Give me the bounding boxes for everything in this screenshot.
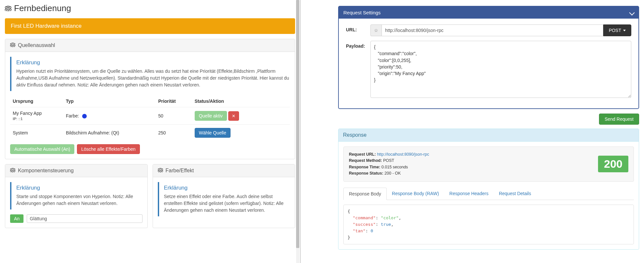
response-body-code: { "command": "color", "success": true, "… [343,205,634,245]
meta-url-link[interactable]: http://localhost:8090/json-rpc [377,152,429,157]
tab-response-raw[interactable]: Response Body (RAW) [387,188,444,200]
response-panel: Response Request URL: http://localhost:8… [338,129,639,250]
request-settings-panel: Request Settings URL: ☆ POST Payload: [338,6,639,109]
instance-banner-text: First LED Hardware instance [11,23,82,29]
components-heading: Komponentensteuerung [5,164,147,177]
panel-body: Erklärung Setze einen Effekt oder eine F… [153,177,295,226]
meta-method-value: POST [383,158,394,163]
table-row: My Fancy App IP: ::1 Farbe: 50 Quelle ak… [10,107,290,125]
response-meta: Request URL: http://localhost:8090/json-… [343,147,634,182]
instance-banner: First LED Hardware instance [5,18,295,34]
callout-title: Erklärung [16,59,290,66]
page-title-text: Fernbedienung [14,3,71,13]
request-settings-header[interactable]: Request Settings [339,7,638,19]
json-key: "success" [353,222,376,227]
json-key: "command" [353,215,376,220]
url-input[interactable] [382,24,603,36]
type-cell: Farbe: [63,107,156,125]
wifi-icon [10,168,15,174]
col-type: Typ [63,96,156,107]
payload-textarea[interactable] [370,41,631,98]
source-selection-heading: Quellenauswahl [5,39,295,52]
color-effect-heading: Farbe/Effekt [153,164,295,177]
toggle-label: Glättung [27,214,142,223]
json-string: "color" [381,215,399,220]
priority-cell: 250 [156,125,192,141]
favorite-button[interactable]: ☆ [370,24,382,36]
meta-time-label: Response Time: [349,165,380,169]
auto-select-button[interactable]: Automatische Auswahl (An) [10,144,74,154]
origin-ip: IP: ::1 [13,116,22,121]
origin-name: System [13,130,61,135]
wifi-icon [10,42,15,48]
remove-source-button[interactable]: ✕ [228,111,239,121]
origin-name: My Fancy App [13,111,61,116]
explanation-callout: Erklärung Hyperion nutzt ein Prioritäten… [10,57,290,91]
col-priority: Priorität [156,96,192,107]
type-text: Farbe: [66,113,79,118]
heading-text: Request Settings [343,10,381,15]
send-row: Send Request [338,114,639,125]
page-title: Fernbedienung [3,0,297,18]
chevron-down-icon [629,10,635,15]
send-request-button[interactable]: Send Request [599,114,639,125]
url-input-group: ☆ POST [370,24,631,36]
panel-body: Erklärung Starte und stoppe Komponenten … [5,177,147,228]
request-body: URL: ☆ POST Payload: [339,19,638,108]
heading-text: Quellenauswahl [18,42,55,48]
color-effect-panel: Farbe/Effekt Erklärung Setze einen Effek… [153,164,295,228]
type-cell: Bildschirm Aufnahme: (Qt) [63,125,156,141]
tab-request-details[interactable]: Request Details [494,188,536,200]
payload-row: Payload: [346,41,631,98]
meta-method-label: Request Method: [349,158,382,163]
meta-url-label: Request URL: [349,152,376,157]
heading-text: Komponentensteuerung [18,168,74,174]
color-swatch [82,114,87,118]
response-body-container: Request URL: http://localhost:8090/json-… [338,142,639,249]
status-badge: 200 [598,156,628,172]
wifi-icon [158,168,163,174]
source-active-button[interactable]: Quelle aktiv [195,111,227,121]
col-status: Status/Aktion [192,96,290,107]
response-header: Response [338,129,639,142]
callout-title: Erklärung [164,185,290,191]
heading-text: Farbe/Effekt [166,168,194,174]
json-bool: true [381,222,391,227]
meta-status-label: Response Status: [349,171,383,176]
http-method-button[interactable]: POST [603,24,631,36]
hyperion-remote-pane: Fernbedienung First LED Hardware instanc… [0,0,300,263]
toggle-row: An Glättung [10,214,142,223]
meta-status-value: 200 - OK [384,171,401,176]
callout-body: Starte und stoppe Komponenten von Hyperi… [16,193,142,207]
star-icon: ☆ [374,28,378,33]
select-source-button[interactable]: Wähle Quelle [195,128,231,138]
callout-body: Hyperion nutzt ein Prioritätensystem, um… [16,68,290,88]
scrollbar[interactable] [296,0,299,263]
components-panel: Komponentensteuerung Erklärung Starte un… [5,164,148,228]
source-table: Ursprung Typ Priorität Status/Aktion My … [10,96,290,141]
toggle-on-chip[interactable]: An [10,214,23,223]
col-origin: Ursprung [10,96,63,107]
payload-label: Payload: [346,41,370,49]
response-tabs: Response Body Response Body (RAW) Respon… [343,188,634,200]
scrollbar-thumb[interactable] [296,0,299,248]
priority-cell: 50 [156,107,192,125]
tab-response-headers[interactable]: Response Headers [444,188,494,200]
url-row: URL: ☆ POST [346,24,631,36]
caret-down-icon [623,30,626,31]
bottom-row: Komponentensteuerung Erklärung Starte un… [5,164,295,228]
explanation-callout: Erklärung Starte und stoppe Komponenten … [10,182,142,209]
tab-response-body[interactable]: Response Body [343,188,387,200]
json-key: "tan" [353,228,366,233]
url-label: URL: [346,24,370,32]
json-number: 0 [370,228,373,233]
action-button-row: Automatische Auswahl (An) Lösche alle Ef… [10,144,290,154]
wifi-icon [5,3,11,13]
meta-time-value: 0.015 seconds [382,165,408,169]
explanation-callout: Erklärung Setze einen Effekt oder eine F… [158,182,290,216]
clear-effects-button[interactable]: Lösche alle Effekte/Farben [77,144,140,154]
panel-body: Erklärung Hyperion nutzt ein Prioritäten… [5,52,295,159]
meta-lines: Request URL: http://localhost:8090/json-… [349,151,429,177]
method-label: POST [609,28,621,33]
table-row: System Bildschirm Aufnahme: (Qt) 250 Wäh… [10,125,290,141]
